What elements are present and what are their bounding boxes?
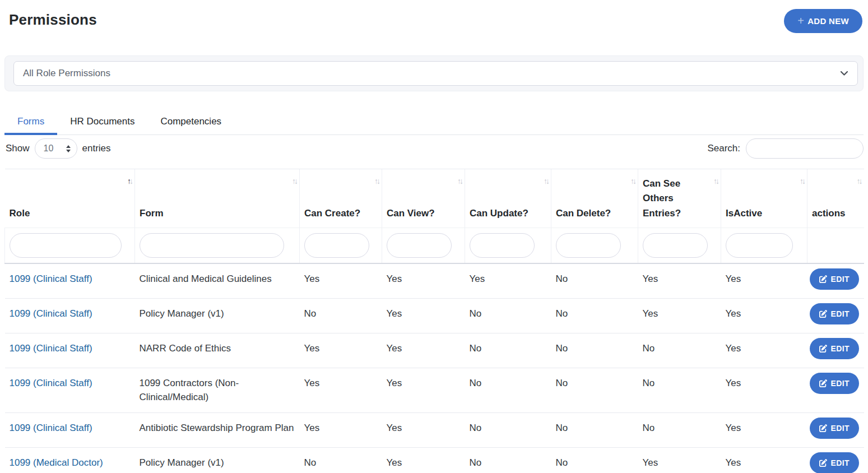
is-active-cell: Yes (721, 298, 807, 333)
tab-hr-documents[interactable]: HR Documents (57, 112, 147, 135)
can-delete-cell: No (551, 412, 638, 447)
is-active-cell: Yes (721, 333, 807, 368)
column-filter-input[interactable] (726, 233, 793, 258)
column-filter-input[interactable] (10, 233, 122, 258)
column-header[interactable]: ↑↓ Can Update? (465, 169, 551, 228)
can-create-cell: No (300, 447, 382, 473)
column-header-label: Can Update? (470, 208, 528, 219)
actions-cell: EDIT (807, 333, 864, 368)
topbar: Permissions + ADD NEW (0, 0, 868, 33)
add-new-label: ADD NEW (807, 16, 849, 26)
role-cell: 1099 (Medical Doctor) (5, 447, 135, 473)
column-header[interactable]: ↑↓ IsActive (721, 169, 807, 228)
role-link[interactable]: 1099 (Clinical Staff) (10, 378, 92, 388)
role-permissions-select[interactable]: All Role Permissions (13, 61, 858, 86)
table-row: 1099 (Clinical Staff) Policy Manager (v1… (5, 298, 864, 333)
edit-button[interactable]: EDIT (810, 338, 860, 359)
filter-cell (135, 228, 300, 263)
can-delete-cell: No (551, 368, 638, 412)
column-filter-input[interactable] (556, 233, 621, 258)
can-see-others-cell: Yes (638, 263, 721, 299)
edit-button[interactable]: EDIT (810, 268, 860, 290)
role-cell: 1099 (Clinical Staff) (5, 263, 135, 299)
can-create-cell: Yes (300, 412, 382, 447)
add-new-button[interactable]: + ADD NEW (784, 9, 862, 33)
can-create-cell: Yes (300, 368, 382, 412)
role-link[interactable]: 1099 (Clinical Staff) (10, 308, 92, 319)
column-filter-input[interactable] (140, 233, 284, 258)
can-delete-cell: No (551, 298, 638, 333)
sort-icon[interactable]: ↑↓ (457, 177, 462, 186)
column-filter-input[interactable] (304, 233, 369, 258)
edit-label: EDIT (831, 379, 850, 388)
tab-forms[interactable]: Forms (4, 112, 57, 135)
role-link[interactable]: 1099 (Clinical Staff) (10, 423, 92, 433)
column-header[interactable]: ↑↓ Can View? (382, 169, 465, 228)
chevron-down-icon (840, 71, 848, 76)
table-row: 1099 (Clinical Staff) NARR Code of Ethic… (5, 333, 864, 368)
edit-icon (819, 310, 827, 318)
role-link[interactable]: 1099 (Medical Doctor) (10, 457, 103, 468)
sort-icon[interactable]: ↑↓ (292, 177, 296, 186)
column-header-label: Can Delete? (556, 208, 611, 219)
sort-icon[interactable]: ↑↓ (127, 177, 132, 186)
role-cell: 1099 (Clinical Staff) (5, 368, 135, 412)
sort-icon[interactable]: ↑↓ (857, 177, 861, 186)
sort-icon[interactable]: ↑↓ (630, 177, 635, 186)
column-filter-input[interactable] (387, 233, 452, 258)
edit-icon (819, 459, 827, 467)
actions-cell: EDIT (807, 412, 864, 447)
form-cell: Policy Manager (v1) (135, 447, 300, 473)
edit-button[interactable]: EDIT (810, 303, 860, 324)
can-view-cell: Yes (382, 412, 465, 447)
column-header[interactable]: ↑↓ Can Delete? (551, 169, 638, 228)
column-filter-input[interactable] (643, 233, 708, 258)
column-header-label: Can Create? (304, 208, 360, 219)
edit-button[interactable]: EDIT (810, 418, 860, 439)
role-link[interactable]: 1099 (Clinical Staff) (10, 343, 92, 354)
can-delete-cell: No (551, 333, 638, 368)
column-header[interactable]: ↑↓ Can Create? (300, 169, 382, 228)
edit-button[interactable]: EDIT (810, 373, 860, 394)
role-permissions-panel: All Role Permissions (4, 55, 864, 91)
can-see-others-cell: No (638, 412, 721, 447)
edit-icon (819, 424, 827, 432)
can-view-cell: Yes (382, 333, 465, 368)
permissions-table: ↑↓ Role ↑↓ Form ↑↓ Can Create? ↑↓ Can Vi… (4, 169, 864, 473)
search-label: Search: (707, 143, 740, 154)
column-filter-input[interactable] (470, 233, 535, 258)
filter-cell (807, 228, 864, 263)
is-active-cell: Yes (721, 368, 807, 412)
edit-icon (819, 345, 827, 353)
can-see-others-cell: Yes (638, 447, 721, 473)
sort-icon[interactable]: ↑↓ (374, 177, 379, 186)
role-permissions-selected-option: All Role Permissions (23, 68, 110, 79)
column-header-label: Role (10, 208, 30, 219)
filter-cell (551, 228, 638, 263)
sort-icon[interactable]: ↑↓ (713, 177, 718, 186)
column-header[interactable]: ↑↓ Form (135, 169, 300, 228)
page-size-select[interactable]: 10 (35, 138, 77, 159)
permissions-page: Permissions + ADD NEW All Role Permissio… (0, 0, 868, 473)
can-see-others-cell: No (638, 333, 721, 368)
sort-icon[interactable]: ↑↓ (800, 177, 804, 186)
plus-icon: + (797, 15, 804, 26)
sort-icon[interactable]: ↑↓ (544, 177, 548, 186)
edit-icon (819, 275, 827, 283)
filter-row (5, 228, 864, 263)
is-active-cell: Yes (721, 412, 807, 447)
entries-label: entries (82, 143, 111, 154)
tab-competencies[interactable]: Competencies (147, 112, 234, 135)
column-header[interactable]: ↑↓ actions (807, 169, 864, 228)
edit-icon (819, 379, 827, 387)
edit-label: EDIT (831, 275, 850, 284)
tab-label: Forms (17, 116, 44, 127)
role-link[interactable]: 1099 (Clinical Staff) (10, 273, 92, 284)
up-down-spinner-icon (66, 145, 71, 152)
can-create-cell: Yes (300, 333, 382, 368)
search-input[interactable] (746, 138, 864, 159)
column-header[interactable]: ↑↓ Can See Others Entries? (638, 169, 721, 228)
column-header[interactable]: ↑↓ Role (5, 169, 135, 228)
edit-label: EDIT (831, 458, 850, 467)
edit-button[interactable]: EDIT (810, 452, 860, 473)
